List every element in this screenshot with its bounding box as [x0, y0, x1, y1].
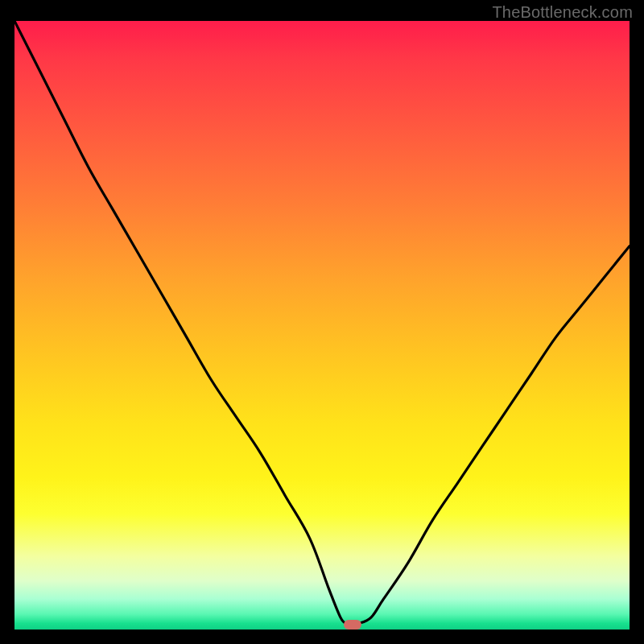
plot-area — [14, 21, 630, 630]
watermark-text: TheBottleneck.com — [492, 3, 633, 22]
bottleneck-curve — [14, 21, 630, 630]
chart-stage: TheBottleneck.com — [0, 0, 644, 644]
optimum-marker — [344, 620, 361, 630]
